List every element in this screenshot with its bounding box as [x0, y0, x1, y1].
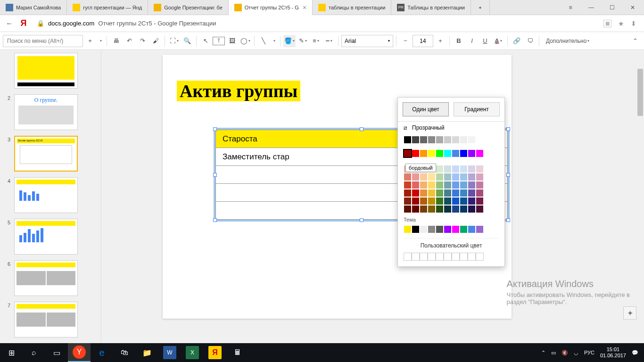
window-maximize-icon[interactable]: ☐ [606, 4, 618, 11]
color-swatch[interactable] [444, 189, 452, 197]
color-swatch[interactable] [460, 225, 468, 233]
explorer-icon[interactable]: 📁 [136, 343, 158, 362]
insert-comment-icon[interactable]: 🗨 [524, 35, 536, 47]
color-swatch[interactable] [404, 189, 412, 197]
color-swatch[interactable] [412, 205, 420, 213]
custom-color-slot[interactable] [444, 253, 452, 261]
color-swatch[interactable] [436, 181, 444, 189]
yandex-browser-icon[interactable]: Y [68, 343, 91, 362]
color-swatch[interactable] [420, 197, 428, 205]
font-size-input[interactable]: 14 [413, 35, 433, 47]
color-swatch[interactable] [428, 173, 436, 181]
wifi-icon[interactable]: ◡ [574, 350, 578, 356]
border-weight-button[interactable]: ≡ [310, 35, 322, 47]
yandex-logo-icon[interactable]: Я [19, 19, 28, 28]
color-swatch[interactable] [412, 136, 420, 144]
color-swatch[interactable] [436, 136, 444, 144]
italic-button[interactable]: I [466, 35, 478, 47]
underline-button[interactable]: U [479, 35, 491, 47]
color-swatch[interactable] [420, 173, 428, 181]
color-swatch[interactable] [444, 173, 452, 181]
bold-button[interactable]: B [453, 35, 465, 47]
collapse-toolbar-icon[interactable]: ⌃ [629, 35, 641, 47]
border-dash-button[interactable]: ┅ [323, 35, 335, 47]
color-swatch[interactable] [468, 197, 476, 205]
color-swatch[interactable] [444, 197, 452, 205]
color-swatch[interactable] [428, 197, 436, 205]
color-swatch[interactable] [420, 136, 428, 144]
table-cell[interactable]: Заместитель стар [216, 148, 406, 166]
color-swatch[interactable] [476, 197, 484, 205]
window-close-icon[interactable]: ✕ [627, 4, 638, 11]
color-swatch[interactable] [460, 173, 468, 181]
table-cell[interactable] [216, 184, 406, 202]
paint-format-icon[interactable]: 🖌 [149, 35, 162, 47]
color-swatch[interactable] [420, 189, 428, 197]
new-tab-button[interactable]: + [471, 0, 490, 15]
font-size-inc[interactable]: + [434, 35, 446, 47]
color-swatch[interactable] [452, 181, 460, 189]
color-swatch[interactable] [476, 205, 484, 213]
line-dropdown[interactable] [271, 35, 277, 47]
color-swatch[interactable] [468, 205, 476, 213]
color-swatch[interactable] [420, 225, 428, 233]
language-indicator[interactable]: РУС [584, 350, 594, 355]
edge-icon[interactable]: e [91, 343, 113, 362]
color-swatch[interactable] [476, 136, 484, 144]
color-swatch[interactable] [428, 225, 436, 233]
insert-link-icon[interactable]: 🔗 [511, 35, 523, 47]
table-cell[interactable] [216, 202, 406, 220]
color-swatch[interactable] [452, 149, 460, 157]
slide-thumbnail[interactable] [0, 50, 101, 91]
color-swatch[interactable] [460, 197, 468, 205]
store-icon[interactable]: 🛍 [113, 343, 136, 362]
slide-thumbnail[interactable]: 2О группе. [0, 91, 101, 133]
color-swatch[interactable] [420, 181, 428, 189]
yandex-icon[interactable]: Я [204, 343, 226, 362]
color-swatch[interactable] [452, 189, 460, 197]
image-tool-icon[interactable]: 🖼 [226, 35, 238, 47]
feedback-button[interactable]: ✦ [623, 306, 636, 320]
fill-color-button[interactable]: 🪣 [283, 35, 296, 47]
volume-icon[interactable]: 🔇 [561, 350, 568, 356]
color-swatch[interactable] [452, 136, 460, 144]
color-swatch[interactable] [412, 197, 420, 205]
slide-thumbnail[interactable]: 6 [0, 257, 101, 299]
font-size-dec[interactable]: − [399, 35, 412, 47]
color-swatch[interactable] [412, 225, 420, 233]
slide-title-text[interactable]: Актив группы [177, 81, 300, 101]
border-color-button[interactable]: ✎ [297, 35, 309, 47]
custom-color-button[interactable]: Пользовательский цвет [398, 239, 504, 251]
color-swatch[interactable] [428, 189, 436, 197]
color-swatch[interactable] [444, 205, 452, 213]
slide-thumbnail[interactable]: 5 [0, 216, 101, 257]
canvas-scrollbar[interactable] [636, 50, 644, 343]
color-swatch[interactable] [404, 149, 412, 157]
bookmark-icon[interactable]: ★ [618, 20, 624, 27]
color-swatch[interactable] [468, 181, 476, 189]
color-swatch[interactable] [476, 189, 484, 197]
download-icon[interactable]: ⬇ [631, 20, 636, 27]
color-swatch[interactable] [468, 173, 476, 181]
slide-thumbnail[interactable]: 3Актив группы 2Ст5 [0, 133, 101, 174]
custom-color-slot[interactable] [420, 253, 428, 261]
zoom-icon[interactable]: 🔍 [181, 35, 193, 47]
color-swatch[interactable] [436, 197, 444, 205]
task-view-icon[interactable]: ▭ [45, 343, 68, 362]
color-swatch[interactable] [420, 149, 428, 157]
color-tab-gradient[interactable]: Градиент [454, 102, 500, 116]
color-swatch[interactable] [404, 197, 412, 205]
protect-icon[interactable]: ▦ [603, 20, 611, 27]
color-swatch[interactable] [436, 173, 444, 181]
color-swatch[interactable] [412, 189, 420, 197]
slide-canvas[interactable]: Актив группы СтаростаРезедаЗаместитель с… [101, 50, 644, 343]
search-icon[interactable]: ⌕ [23, 343, 45, 362]
browser-tab[interactable]: Мария Самойлова [0, 0, 67, 15]
custom-color-slot[interactable] [412, 253, 420, 261]
color-swatch[interactable] [444, 149, 452, 157]
custom-color-slot[interactable] [476, 253, 484, 261]
color-swatch[interactable] [436, 149, 444, 157]
tray-up-icon[interactable]: ⌃ [541, 350, 545, 356]
color-swatch[interactable] [428, 136, 436, 144]
table-cell[interactable]: Староста [216, 130, 406, 148]
